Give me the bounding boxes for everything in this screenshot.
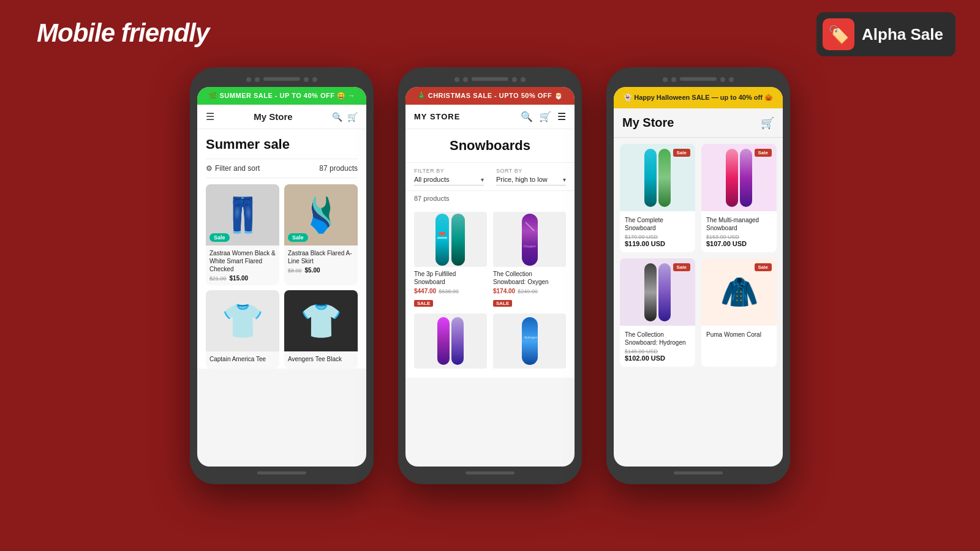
original-price: $146.00 USD <box>625 348 690 354</box>
cart-icon[interactable]: 🛒 <box>347 112 358 122</box>
nav-icons-2: 🔍 🛒 ☰ <box>521 111 566 122</box>
chevron-down-icon: ▾ <box>563 176 566 183</box>
filter-icon: ⚙ <box>206 164 213 173</box>
sale-price: $102.00 USD <box>625 354 690 362</box>
phone3-products-grid: Sale The Complete Snowboard $170.00 USD … <box>614 138 783 373</box>
product-card[interactable]: Sale The Multi-managed Snowboard $153.00… <box>701 144 777 252</box>
original-price: $170.00 USD <box>625 234 690 240</box>
product-prices: $146.00 USD $102.00 USD <box>625 348 690 362</box>
search-icon[interactable]: 🔍 <box>521 111 533 122</box>
phone-dot <box>663 77 668 82</box>
cart-icon[interactable]: 🛒 <box>539 111 551 122</box>
product-prices: $174.00 $249.00 <box>493 288 566 294</box>
phone-summer-sale: 🌿 SUMMER SALE - UP TO 40% OFF 😀 → ☰ My S… <box>190 67 374 484</box>
sale-badge: Sale <box>288 233 308 242</box>
sale-badge: Sale <box>755 149 772 157</box>
product-prices: $153.00 USD $107.00 USD <box>706 234 772 247</box>
home-bar <box>674 471 723 474</box>
brand-logo: 🏷️ Alpha Sale <box>816 12 956 56</box>
sort-by-label: SORT BY <box>496 168 566 174</box>
product-name: Zastraa Black Flared A-Line Skirt <box>288 249 354 265</box>
product-card[interactable]: 👖 Sale Zastraa Women Black & White Smart… <box>206 184 279 285</box>
product-info: Captain America Tee <box>206 351 279 369</box>
original-price: $153.00 USD <box>706 234 772 240</box>
sort-by-group: SORT BY Price, high to low ▾ <box>496 168 566 186</box>
phone-notch-3 <box>614 77 783 82</box>
page-header: Mobile friendly <box>37 18 209 48</box>
phone-speaker <box>263 77 300 81</box>
product-card[interactable]: 🧥 Sale Puma Women Coral <box>701 258 777 367</box>
filter-by-select[interactable]: All products ▾ <box>414 176 484 186</box>
sort-by-select[interactable]: Price, high to low ▾ <box>496 176 566 186</box>
products-count-2: 87 products <box>405 191 575 206</box>
product-image: 🧥 Sale <box>701 258 777 326</box>
product-name: The Collection Snowboard: Hydrogen <box>625 331 690 347</box>
product-image <box>414 212 487 267</box>
brand-name: Alpha Sale <box>862 25 943 44</box>
sale-badge: Sale <box>673 149 690 157</box>
product-info: Zastraa Black Flared A-Line Skirt $8.00 … <box>284 246 358 277</box>
product-card[interactable]: Oxygen The Collection Snowboard: Oxygen … <box>493 212 566 307</box>
product-name: The Complete Snowboard <box>625 216 690 232</box>
product-card[interactable]: 👕 Avengers Tee Black <box>284 290 358 369</box>
sale-tag: SALE <box>414 300 433 307</box>
product-card[interactable]: Sale The Complete Snowboard $170.00 USD … <box>620 144 695 252</box>
phone1-content: Summer sale ⚙ Filter and sort 87 product… <box>197 129 366 369</box>
phone-bottom-bar <box>614 471 783 474</box>
cart-icon-3[interactable]: 🛒 <box>761 116 774 130</box>
product-card[interactable]: 🩱 Sale Zastraa Black Flared A-Line Skirt… <box>284 184 358 285</box>
product-info: Puma Women Coral <box>701 326 777 345</box>
phone-notch-1 <box>197 77 366 82</box>
brand-icon: 🏷️ <box>823 18 854 50</box>
filter-label[interactable]: ⚙ Filter and sort <box>206 164 260 173</box>
filter-by-group: FILTER BY All products ▾ <box>414 168 484 186</box>
hamburger-icon[interactable]: ☰ <box>206 111 214 122</box>
sale-price: $5.00 <box>305 267 320 274</box>
product-image: Sale <box>701 144 777 211</box>
filter-bar: ⚙ Filter and sort 87 products <box>206 159 358 178</box>
phone2-products-grid: The 3p Fulfilled Snowboard $447.00 $638.… <box>405 206 575 378</box>
phone-halloween: 👻 Happy Halloween SALE — up to 40% off 🎃… <box>606 67 790 484</box>
snowboards-title: Snowboards <box>405 129 575 163</box>
phone-notch-2 <box>405 77 575 82</box>
home-bar <box>257 471 306 474</box>
product-card[interactable] <box>414 313 487 372</box>
product-info: Zastraa Women Black & White Smart Flared… <box>206 246 279 285</box>
sale-badge: Sale <box>673 263 690 271</box>
phone3-nav: My Store 🛒 <box>614 108 783 138</box>
product-name: Avengers Tee Black <box>288 355 354 363</box>
original-price: $8.00 <box>288 268 302 274</box>
original-price: $21.00 <box>209 276 227 282</box>
product-name: The 3p Fulfilled Snowboard <box>414 270 487 286</box>
product-image: Hydrogen <box>493 313 566 369</box>
product-name: The Collection Snowboard: Oxygen <box>493 270 566 286</box>
product-name: Puma Women Coral <box>706 331 772 339</box>
sale-price: $107.00 USD <box>706 240 772 247</box>
sale-price: $15.00 <box>230 275 249 282</box>
phones-container: 🌿 SUMMER SALE - UP TO 40% OFF 😀 → ☰ My S… <box>0 67 980 484</box>
product-card[interactable]: Hydrogen <box>493 313 566 372</box>
product-info: The Complete Snowboard $170.00 USD $119.… <box>620 211 695 252</box>
phone2-store-name: MY STORE <box>414 112 460 121</box>
sale-price: $174.00 <box>493 288 515 294</box>
halloween-banner: 👻 Happy Halloween SALE — up to 40% off 🎃 <box>614 87 783 108</box>
summer-sale-banner: 🌿 SUMMER SALE - UP TO 40% OFF 😀 → <box>197 87 366 105</box>
product-card[interactable]: 👕 Captain America Tee <box>206 290 279 369</box>
search-icon[interactable]: 🔍 <box>332 112 342 122</box>
phone1-products-grid: 👖 Sale Zastraa Women Black & White Smart… <box>206 184 358 369</box>
phone1-store-name: My Store <box>254 111 292 122</box>
phone-dot <box>463 77 468 82</box>
product-card[interactable]: The 3p Fulfilled Snowboard $447.00 $638.… <box>414 212 487 307</box>
product-info: The Collection Snowboard: Hydrogen $146.… <box>620 326 695 367</box>
phone-dot <box>521 77 526 82</box>
nav-icons: 🔍 🛒 <box>332 112 358 122</box>
products-count: 87 products <box>319 164 358 173</box>
chevron-down-icon: ▾ <box>481 176 484 183</box>
sale-price: $119.00 USD <box>625 240 690 247</box>
phone-dot <box>729 77 734 82</box>
phone1-page-title: Summer sale <box>206 137 358 152</box>
product-card[interactable]: Sale The Collection Snowboard: Hydrogen … <box>620 258 695 367</box>
menu-icon[interactable]: ☰ <box>557 111 566 122</box>
christmas-banner: 🎄 CHRISTMAS SALE - UPTO 50% OFF 🎅 <box>405 87 575 105</box>
product-image: 👕 <box>206 290 279 351</box>
